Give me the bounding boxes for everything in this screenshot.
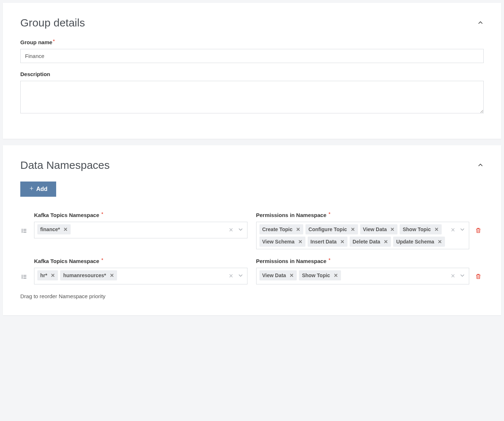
chip: Configure Topic✕	[305, 224, 358, 234]
permissions-label: Permissions in Namespace *	[256, 258, 470, 264]
chip-remove-icon[interactable]: ✕	[296, 226, 300, 232]
description-field: Description	[20, 71, 484, 115]
chip-label: Show Topic	[302, 272, 330, 278]
namespace-row: Kafka Topics Namespace *finance*✕×Permis…	[20, 212, 484, 249]
chip-label: humanresources*	[63, 272, 106, 278]
delete-row-button[interactable]	[475, 212, 484, 235]
chevron-down-icon[interactable]	[459, 272, 465, 280]
plus-icon	[29, 186, 34, 192]
chip-remove-icon[interactable]: ✕	[390, 226, 395, 232]
reorder-hint: Drag to reorder Namespace priority	[20, 293, 484, 299]
chip-remove-icon[interactable]: ✕	[384, 239, 388, 245]
chip: humanresources*✕	[60, 270, 117, 280]
clear-all-icon[interactable]: ×	[451, 272, 455, 280]
chip: Show Topic✕	[400, 224, 442, 234]
chip: Delete Data✕	[350, 237, 391, 247]
chip-label: Configure Topic	[308, 226, 347, 232]
chip-remove-icon[interactable]: ✕	[51, 272, 55, 278]
chip-remove-icon[interactable]: ✕	[438, 239, 442, 245]
chip: View Schema✕	[259, 237, 305, 247]
chip-label: finance*	[40, 226, 60, 232]
clear-all-icon[interactable]: ×	[229, 272, 233, 280]
group-name-label: Group name*	[20, 39, 484, 45]
chip-remove-icon[interactable]: ✕	[351, 226, 355, 232]
chevron-down-icon[interactable]	[238, 272, 243, 280]
chip-label: View Schema	[262, 239, 295, 245]
chip: View Data✕	[360, 224, 398, 234]
chip: Create Topic✕	[259, 224, 304, 234]
group-name-input[interactable]	[20, 49, 484, 63]
topics-label: Kafka Topics Namespace *	[34, 258, 247, 264]
chip-label: Show Topic	[403, 226, 431, 232]
required-asterisk: *	[329, 258, 330, 263]
chip: View Data✕	[259, 270, 297, 280]
chip-label: Create Topic	[262, 226, 293, 232]
chevron-up-icon[interactable]	[477, 20, 484, 26]
chip-label: View Data	[363, 226, 387, 232]
chip: hr*✕	[37, 270, 58, 280]
namespace-row: Kafka Topics Namespace *hr*✕humanresourc…	[20, 258, 484, 284]
topics-label: Kafka Topics Namespace *	[34, 212, 247, 218]
description-input[interactable]	[20, 81, 484, 113]
group-details-header: Group details	[20, 17, 484, 29]
chip-label: Delete Data	[353, 239, 380, 245]
drag-handle-icon[interactable]	[20, 258, 28, 282]
chip-remove-icon[interactable]: ✕	[298, 239, 303, 245]
required-asterisk: *	[329, 212, 330, 217]
data-namespaces-header: Data Namespaces	[20, 159, 484, 171]
chevron-down-icon[interactable]	[459, 226, 465, 234]
chip-label: View Data	[262, 272, 286, 278]
chevron-down-icon[interactable]	[238, 226, 243, 234]
required-asterisk: *	[53, 39, 55, 44]
data-namespaces-title: Data Namespaces	[20, 159, 110, 171]
chip-remove-icon[interactable]: ✕	[290, 272, 294, 278]
chip: Show Topic✕	[299, 270, 341, 280]
chip-label: Insert Data	[311, 239, 337, 245]
permissions-multiselect[interactable]: View Data✕Show Topic✕×	[256, 268, 470, 284]
chip-remove-icon[interactable]: ✕	[434, 226, 439, 232]
drag-handle-icon[interactable]	[20, 212, 28, 236]
topics-multiselect[interactable]: finance*✕×	[34, 222, 247, 238]
required-asterisk: *	[101, 258, 103, 263]
clear-all-icon[interactable]: ×	[451, 226, 455, 234]
chip-label: Update Schema	[396, 239, 434, 245]
chip: finance*✕	[37, 224, 71, 234]
chevron-up-icon[interactable]	[477, 162, 484, 168]
clear-all-icon[interactable]: ×	[229, 226, 233, 234]
chip-remove-icon[interactable]: ✕	[340, 239, 345, 245]
chip: Insert Data✕	[308, 237, 347, 247]
group-details-panel: Group details Group name* Description	[3, 3, 501, 139]
data-namespaces-panel: Data Namespaces Add Kafka Topics Namespa…	[3, 145, 501, 315]
delete-row-button[interactable]	[475, 258, 484, 281]
chip: Update Schema✕	[393, 237, 445, 247]
chip-remove-icon[interactable]: ✕	[63, 226, 68, 232]
permissions-multiselect[interactable]: Create Topic✕Configure Topic✕View Data✕S…	[256, 222, 470, 249]
description-label: Description	[20, 71, 484, 77]
group-details-title: Group details	[20, 17, 85, 29]
chip-label: hr*	[40, 272, 47, 278]
chip-remove-icon[interactable]: ✕	[110, 272, 114, 278]
add-namespace-button[interactable]: Add	[20, 182, 56, 197]
chip-remove-icon[interactable]: ✕	[334, 272, 338, 278]
required-asterisk: *	[101, 212, 103, 217]
topics-multiselect[interactable]: hr*✕humanresources*✕×	[34, 268, 247, 284]
permissions-label: Permissions in Namespace *	[256, 212, 470, 218]
group-name-field: Group name*	[20, 39, 484, 63]
